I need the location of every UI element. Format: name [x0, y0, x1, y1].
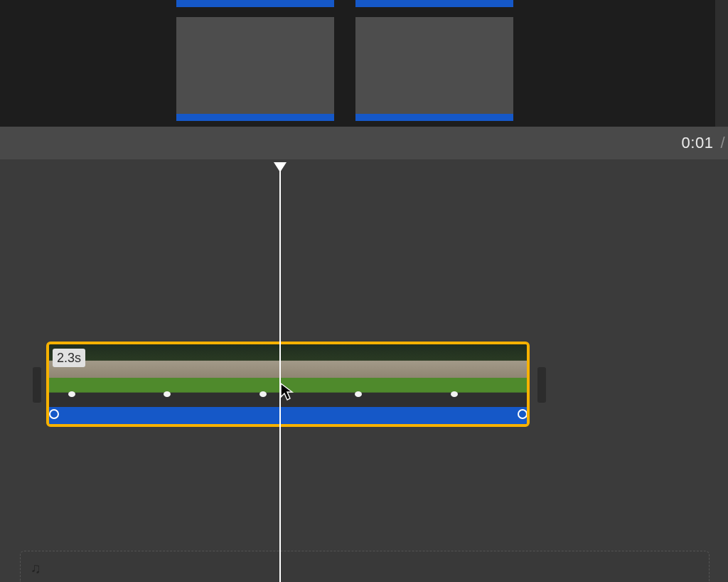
clip-thumbnail	[355, 17, 513, 114]
clip-frame	[432, 344, 527, 407]
clip-grid	[176, 0, 513, 121]
timeline-toolbar: 0:01 /	[0, 127, 728, 159]
clip-thumbnail	[176, 17, 334, 114]
media-clip[interactable]	[176, 0, 334, 7]
media-browser	[0, 0, 715, 127]
time-separator: /	[717, 127, 728, 159]
clip-audio-bar	[355, 0, 513, 7]
timeline-clip-selected[interactable]	[46, 342, 530, 427]
clip-row	[176, 17, 513, 121]
clip-frame	[240, 344, 336, 407]
music-note-icon: ♫	[31, 560, 41, 576]
media-clip[interactable]	[355, 17, 513, 121]
media-clip[interactable]	[355, 0, 513, 7]
timeline[interactable]: 2.3s ♫	[0, 159, 728, 582]
playhead-line[interactable]	[279, 169, 281, 582]
audio-trim-handle-left[interactable]	[49, 409, 59, 419]
clip-duration-badge: 2.3s	[53, 349, 85, 367]
clip-audio-bar	[176, 114, 334, 121]
media-clip[interactable]	[176, 17, 334, 121]
clip-connector-left	[33, 367, 41, 403]
clip-frame	[144, 344, 240, 407]
clip-frame	[336, 344, 431, 407]
current-time: 0:01	[682, 127, 714, 159]
clip-audio-bar	[176, 0, 334, 7]
clip-audio-bar	[355, 114, 513, 121]
music-lane[interactable]: ♫	[20, 551, 710, 582]
clip-connector-right	[537, 367, 546, 403]
clip-audio-lane[interactable]	[49, 407, 527, 424]
clip-filmstrip	[49, 344, 527, 407]
playhead-time-readout: 0:01 /	[682, 127, 728, 159]
audio-trim-handle-right[interactable]	[518, 409, 528, 419]
playhead-marker[interactable]	[274, 162, 287, 172]
clip-row	[176, 0, 513, 7]
